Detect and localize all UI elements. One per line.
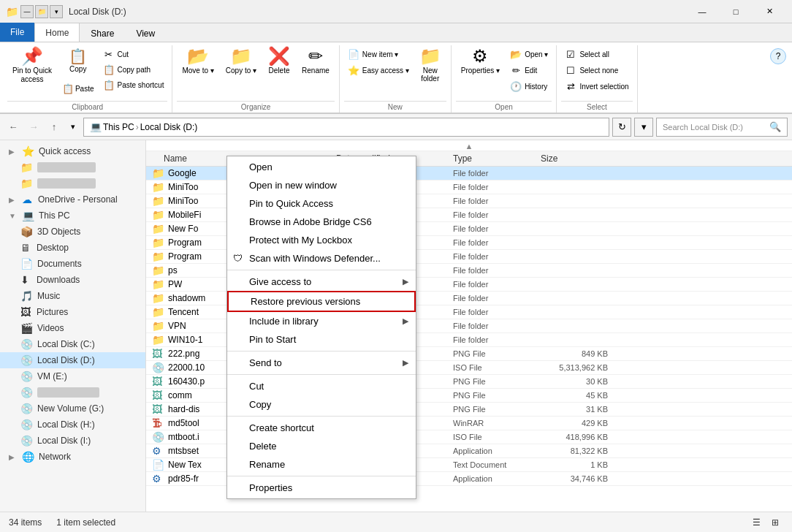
onedrive-icon: ☁ — [22, 194, 34, 205]
expand-address-button[interactable]: ▾ — [634, 118, 653, 137]
app-file-icon: ⚙ — [152, 445, 165, 457]
tab-view[interactable]: View — [125, 24, 166, 42]
rename-label: Rename — [302, 66, 330, 75]
up-button[interactable]: ↑ — [45, 118, 63, 136]
sidebar-item-desktop[interactable]: 🖥 Desktop — [0, 240, 145, 256]
new-item-button[interactable]: 📄 New item ▾ — [344, 47, 413, 61]
large-icons-view-button[interactable]: ⊞ — [767, 514, 783, 531]
ctx-copy[interactable]: Copy — [227, 395, 416, 414]
sidebar-item-downloads[interactable]: ⬇ Downloads — [0, 272, 145, 288]
sidebar-item-onedrive[interactable]: ▶ ☁ OneDrive - Personal — [0, 191, 145, 208]
copy-path-button[interactable]: 📋 Copy path — [99, 62, 168, 77]
breadcrumb-local-d[interactable]: Local Disk (D:) — [140, 122, 198, 132]
ctx-restore-versions[interactable]: Restore previous versions — [227, 291, 416, 312]
file-type: PNG File — [453, 377, 541, 386]
ctx-include-library[interactable]: Include in library ▶ — [227, 312, 416, 330]
tab-share[interactable]: Share — [80, 24, 125, 42]
back-button[interactable]: ← — [4, 118, 22, 136]
music-icon: 🎵 — [20, 290, 33, 302]
folder-icon: 📁 — [152, 167, 165, 179]
select-all-button[interactable]: ☑ Select all — [561, 47, 632, 61]
sidebar-item-local-h[interactable]: 💿 Local Disk (H:) — [0, 417, 145, 433]
edit-button[interactable]: ✏ Edit — [506, 63, 552, 77]
move-to-button[interactable]: 📂 Move to ▾ — [177, 45, 218, 95]
refresh-button[interactable]: ↻ — [612, 118, 631, 137]
forward-button[interactable]: → — [25, 118, 42, 136]
file-name: 222.png — [168, 349, 199, 359]
history-button[interactable]: 🕐 History — [506, 79, 552, 94]
ctx-open[interactable]: Open — [227, 158, 416, 176]
delete-button[interactable]: ❌ Delete — [263, 45, 295, 95]
sidebar-label-i: Local Disk (I:) — [37, 436, 91, 446]
copy-to-button[interactable]: 📁 Copy to ▾ — [221, 45, 262, 95]
col-header-type[interactable]: Type — [453, 153, 541, 164]
file-name: mtsbset — [168, 446, 199, 456]
copy-button[interactable]: 📋 Copy — [58, 47, 98, 79]
folder-quick-btn[interactable]: 📁 — [35, 5, 48, 18]
ctx-delete[interactable]: Delete — [227, 437, 416, 455]
pin-quick-access-button[interactable]: 📌 Pin to Quickaccess — [7, 45, 57, 95]
sidebar-item-3d-objects[interactable]: 📦 3D Objects — [0, 224, 145, 240]
help-button[interactable]: ? — [770, 48, 786, 64]
paste-shortcut-button[interactable]: 📋 Paste shortcut — [99, 77, 168, 92]
ctx-cut-label: Cut — [249, 381, 264, 392]
history-label: History — [525, 83, 547, 91]
down-caret[interactable]: ▾ — [66, 120, 80, 134]
new-folder-button[interactable]: 📁 Newfolder — [414, 45, 446, 95]
ctx-rename[interactable]: Rename — [227, 455, 416, 474]
sidebar-item-pictures[interactable]: 🖼 Pictures — [0, 304, 145, 320]
sidebar-item-quick-access[interactable]: ▶ ⭐ Quick access — [0, 143, 145, 159]
sidebar-item-blurred2[interactable]: 📁 ████████ — [0, 175, 145, 191]
maximize-button[interactable]: □ — [719, 0, 753, 23]
tab-home[interactable]: Home — [34, 23, 80, 42]
ctx-protect-lockbox[interactable]: Protect with My Lockbox — [227, 231, 416, 249]
ctx-cut[interactable]: Cut — [227, 377, 416, 395]
select-none-button[interactable]: ☐ Select none — [561, 63, 632, 77]
details-view-button[interactable]: ☰ — [748, 514, 764, 531]
ctx-scan-defender[interactable]: 🛡 Scan with Windows Defender... — [227, 249, 416, 267]
sidebar-item-new-volume-g[interactable]: 💿 New Volume (G:) — [0, 400, 145, 417]
sidebar-item-local-c[interactable]: 💿 Local Disk (C:) — [0, 336, 145, 352]
close-button[interactable]: ✕ — [753, 0, 786, 23]
sidebar-item-vm-e[interactable]: 💿 VM (E:) — [0, 368, 145, 384]
sidebar-item-this-pc[interactable]: ▼ 💻 This PC — [0, 208, 145, 224]
ctx-create-shortcut[interactable]: Create shortcut — [227, 419, 416, 437]
ctx-open-new-window[interactable]: Open in new window — [227, 176, 416, 194]
sidebar-item-local-d[interactable]: 💿 Local Disk (D:) — [0, 352, 145, 368]
ctx-browse-bridge[interactable]: Browse in Adobe Bridge CS6 — [227, 213, 416, 231]
address-field[interactable]: 💻 This PC › Local Disk (D:) — [83, 118, 609, 137]
invert-selection-button[interactable]: ⇄ Invert selection — [561, 79, 632, 94]
search-box[interactable]: Search Local Disk (D:) 🔍 — [656, 118, 788, 137]
sidebar-item-network[interactable]: ▶ 🌐 Network — [0, 449, 145, 465]
rename-button[interactable]: ✏ Rename — [297, 45, 335, 95]
file-name: md5tool — [168, 418, 199, 428]
properties-label: Properties ▾ — [461, 66, 500, 75]
select-all-icon: ☑ — [565, 49, 576, 60]
ctx-give-access[interactable]: Give access to ▶ — [227, 273, 416, 291]
sidebar-item-videos[interactable]: 🎬 Videos — [0, 320, 145, 336]
minimize-button[interactable]: — — [685, 0, 719, 23]
ctx-pin-start[interactable]: Pin to Start — [227, 330, 416, 349]
file-name: VPN — [168, 321, 186, 331]
open-btn[interactable]: 📂 Open ▾ — [506, 47, 552, 61]
sidebar-item-blurred3[interactable]: 💿 ██████████ — [0, 384, 145, 400]
properties-button[interactable]: ⚙ Properties ▾ — [456, 45, 505, 95]
down-arrow-btn[interactable]: ▾ — [50, 5, 63, 18]
ctx-pin-quick-access[interactable]: Pin to Quick Access — [227, 194, 416, 213]
file-name: shadowm — [168, 293, 205, 303]
paste-button[interactable]: 📋 Paste — [58, 80, 98, 96]
sidebar-item-blurred1[interactable]: 📁 ████████ — [0, 159, 145, 175]
sidebar-label-blurred1: ████████ — [37, 162, 96, 172]
col-header-size[interactable]: Size — [541, 153, 614, 164]
ctx-send-to[interactable]: Send to ▶ — [227, 354, 416, 372]
tab-file[interactable]: File — [0, 23, 34, 42]
cut-button[interactable]: ✂ Cut — [99, 47, 168, 61]
easy-access-button[interactable]: ⭐ Easy access ▾ — [344, 63, 413, 77]
breadcrumb-this-pc[interactable]: This PC — [103, 122, 134, 132]
sidebar-item-local-i[interactable]: 💿 Local Disk (I:) — [0, 433, 145, 449]
minimize-quick-btn[interactable]: — — [20, 5, 34, 18]
sidebar-item-music[interactable]: 🎵 Music — [0, 288, 145, 304]
sidebar-item-documents[interactable]: 📄 Documents — [0, 256, 145, 272]
file-name: MiniToo — [168, 182, 198, 192]
ctx-properties[interactable]: Properties — [227, 479, 416, 497]
